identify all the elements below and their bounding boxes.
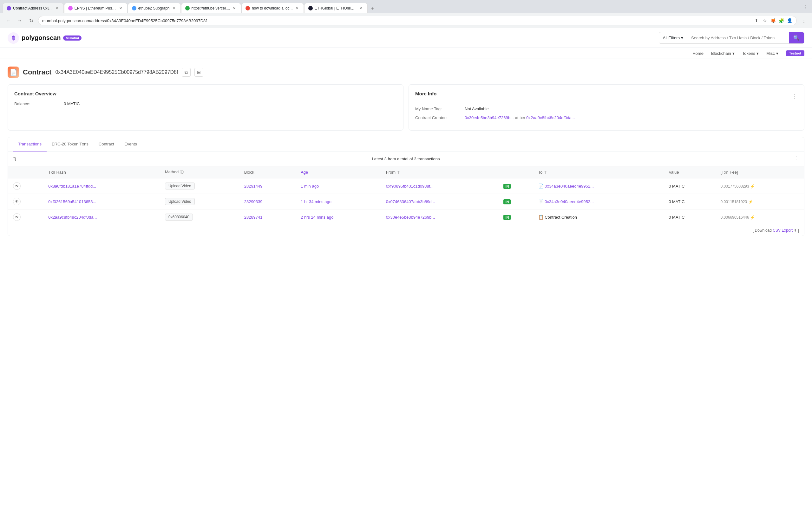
from-link-3[interactable]: 0x30e4e5be3b94e7269b...: [386, 215, 435, 220]
to-link-2[interactable]: 0x34a3e040aeed4e9952...: [545, 199, 594, 204]
from-link-1[interactable]: 0xf90895fb401c1d0938f...: [386, 184, 434, 188]
csv-export-link[interactable]: CSV Export: [773, 228, 793, 233]
direction-badge-2: IN: [503, 199, 511, 205]
to-contract-icon-3: 📋: [538, 215, 544, 220]
col-txn-hash: Txn Hash: [43, 166, 160, 178]
more-info-card: More Info ⋮ My Name Tag: Not Available C…: [409, 84, 804, 130]
to-filter-icon[interactable]: ⊤: [544, 170, 547, 175]
tab-vercel[interactable]: https://ethube.vercel.... ✕: [181, 3, 241, 13]
age-1: 1 min ago: [301, 184, 319, 188]
back-button[interactable]: ←: [4, 16, 13, 25]
more-info-title: More Info: [415, 91, 437, 96]
tab-favicon-1: [7, 6, 11, 10]
top-nav: polygonscan Mumbai All Filters ▾ 🔍: [0, 28, 812, 48]
address-bar[interactable]: mumbai.polygonscan.com/address/0x34A3E04…: [38, 16, 797, 25]
age-3: 2 hrs 24 mins ago: [301, 215, 334, 220]
tab-close-2[interactable]: ✕: [118, 6, 123, 11]
share-icon[interactable]: ⬆: [753, 17, 760, 24]
col-direction: [498, 166, 533, 178]
testnet-badge[interactable]: Testnet: [786, 50, 804, 56]
block-link-2[interactable]: 28290339: [244, 199, 263, 204]
row-eye-btn-2[interactable]: 👁: [13, 198, 20, 205]
creator-txn-link[interactable]: 0x2aa9c8fb48c204df0da...: [526, 115, 575, 120]
nav-misc[interactable]: Misc ▾: [766, 51, 778, 56]
tab-favicon-3: [132, 6, 136, 10]
csv-suffix: ⬇ ]: [794, 228, 799, 233]
tab-ethube[interactable]: ethube2 Subgraph ✕: [128, 3, 181, 13]
direction-badge-1: IN: [503, 184, 511, 189]
reload-button[interactable]: ↻: [27, 16, 36, 25]
table-row: 👁 0x8a0fdb181a1e784ffdd... Upload Video …: [8, 178, 804, 194]
logo-text: polygonscan: [21, 34, 61, 42]
qr-code-button[interactable]: ⊞: [194, 68, 203, 77]
nav-tokens[interactable]: Tokens ▾: [742, 51, 759, 56]
table-summary: Latest 3 from a total of 3 transactions: [372, 157, 440, 161]
from-filter-icon[interactable]: ⊤: [397, 170, 400, 175]
contract-overview-card: Contract Overview Balance: 0 MATIC: [8, 84, 403, 130]
col-method: Method ⓘ: [160, 166, 239, 178]
tab-transactions[interactable]: Transactions: [13, 137, 47, 152]
from-link-2[interactable]: 0x0746836407abb3b89d...: [386, 199, 435, 204]
tab-close-3[interactable]: ✕: [171, 6, 177, 11]
tab-title-2: EPNS | Ethereum Push...: [74, 6, 116, 10]
name-tag-label: My Name Tag:: [415, 107, 460, 111]
puzzle-icon[interactable]: 🧩: [778, 17, 784, 24]
direction-badge-3: IN: [503, 215, 511, 220]
to-link-1[interactable]: 0x34a3e040aeed4e9952...: [545, 184, 594, 188]
tab-contract-address[interactable]: Contract Address 0x3... ✕: [3, 3, 64, 13]
row-eye-btn-3[interactable]: 👁: [13, 213, 20, 221]
block-link-3[interactable]: 28289741: [244, 215, 263, 220]
col-fee: [Txn Fee]: [716, 166, 804, 178]
browser-menu-button[interactable]: ⋮: [801, 3, 809, 11]
to-label-3: Contract Creation: [545, 215, 577, 220]
tab-close-4[interactable]: ✕: [232, 6, 237, 11]
transactions-section: Transactions ERC-20 Token Txns Contract …: [8, 137, 804, 236]
chrome-menu-button[interactable]: ⋮: [799, 16, 808, 25]
search-button[interactable]: 🔍: [789, 32, 804, 43]
bookmark-icon[interactable]: ☆: [762, 17, 768, 24]
col-age: Age: [296, 166, 381, 178]
search-filter-dropdown[interactable]: All Filters ▾: [659, 33, 687, 43]
table-body: 👁 0x8a0fdb181a1e784ffdd... Upload Video …: [8, 178, 804, 225]
tab-erc20[interactable]: ERC-20 Token Txns: [47, 137, 94, 152]
txn-hash-link-1[interactable]: 0x8a0fdb181a1e784ffdd...: [48, 184, 96, 188]
tab-navigation: Transactions ERC-20 Token Txns Contract …: [8, 137, 804, 152]
tab-close-6[interactable]: ✕: [358, 6, 363, 11]
balance-value: 0 MATIC: [64, 101, 80, 106]
table-options-button[interactable]: ⋮: [793, 155, 799, 162]
tab-title-4: https://ethube.vercel....: [192, 6, 230, 10]
contract-overview-title: Contract Overview: [14, 91, 397, 96]
metamask-icon[interactable]: 🦊: [770, 17, 776, 24]
page-title: Contract: [23, 68, 51, 76]
tab-close-5[interactable]: ✕: [295, 6, 300, 11]
block-link-1[interactable]: 28291449: [244, 184, 263, 188]
table-summary-icon: ⇅: [13, 157, 16, 161]
nav-blockchain[interactable]: Blockchain ▾: [711, 51, 734, 56]
blockchain-chevron-icon: ▾: [732, 51, 734, 56]
tab-contract[interactable]: Contract: [94, 137, 119, 152]
tab-favicon-4: [185, 6, 190, 10]
txn-hash-link-3[interactable]: 0x2aa9c8fb48c204df0da...: [48, 215, 97, 220]
row-eye-btn-1[interactable]: 👁: [13, 182, 20, 190]
misc-chevron-icon: ▾: [776, 51, 778, 56]
tab-close-1[interactable]: ✕: [55, 6, 60, 11]
col-eye: [8, 166, 43, 178]
more-options-button[interactable]: ⋮: [792, 93, 798, 100]
profile-icon[interactable]: 👤: [786, 17, 793, 24]
tab-events[interactable]: Events: [119, 137, 142, 152]
tab-how-to[interactable]: how to download a loc... ✕: [241, 3, 304, 13]
copy-address-button[interactable]: ⧉: [182, 68, 191, 77]
forward-button[interactable]: →: [15, 16, 24, 25]
nav-home[interactable]: Home: [693, 51, 704, 56]
creator-address-link[interactable]: 0x30e4e5be3b94e7269b...: [465, 115, 514, 120]
tab-bar: Contract Address 0x3... ✕ EPNS | Ethereu…: [0, 0, 812, 13]
fee-1: 0.001775608293: [721, 184, 749, 188]
tab-epns[interactable]: EPNS | Ethereum Push... ✕: [64, 3, 128, 13]
txn-hash-link-2[interactable]: 0xf0261569a541013653...: [48, 199, 96, 204]
tab-ethglobal[interactable]: ETHGlobal | ETHOnline... ✕: [304, 3, 368, 13]
to-doc-icon-2: 📄: [538, 199, 544, 204]
new-tab-button[interactable]: +: [368, 4, 377, 13]
search-input[interactable]: [687, 33, 789, 43]
method-info-icon: ⓘ: [180, 170, 184, 174]
value-2: 0 MATIC: [669, 199, 684, 204]
